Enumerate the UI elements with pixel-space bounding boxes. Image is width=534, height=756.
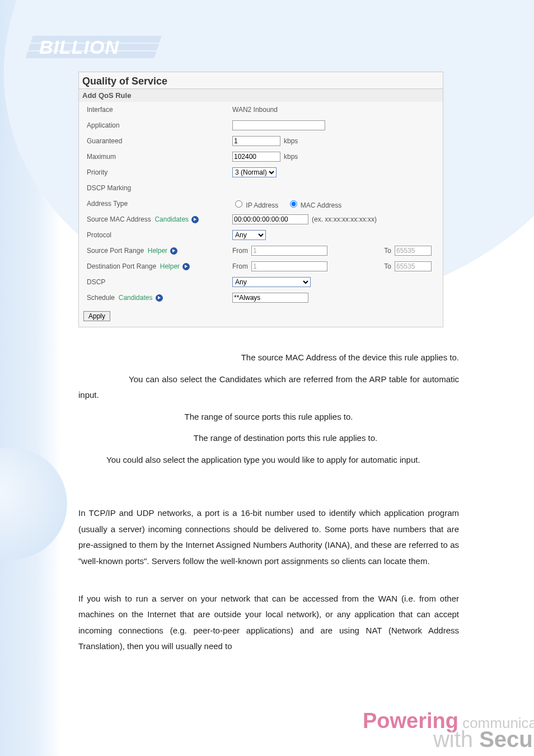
source-mac-candidates-link[interactable]: Candidates xyxy=(154,215,189,223)
guaranteed-unit: kbps xyxy=(284,137,298,145)
label-dscp: DSCP xyxy=(79,278,232,286)
arrow-right-icon[interactable] xyxy=(170,247,177,255)
label-dscp-marking: DSCP Marking xyxy=(79,184,232,192)
dest-port-helper-link[interactable]: Helper xyxy=(160,262,180,270)
doc-p3: The range of source ports this rule appl… xyxy=(78,409,459,425)
source-mac-hint: (ex. xx:xx:xx:xx:xx:xx) xyxy=(312,215,377,223)
source-port-from-input[interactable] xyxy=(251,246,327,256)
value-interface: WAN2 Inbound xyxy=(232,106,443,114)
row-priority: Priority 3 (Normal) xyxy=(79,165,443,180)
guaranteed-input[interactable] xyxy=(232,136,280,146)
label-priority: Priority xyxy=(79,168,232,176)
row-schedule: Schedule Candidates xyxy=(79,290,443,306)
qos-panel: Quality of Service Add QoS Rule Interfac… xyxy=(78,72,443,327)
row-application: Application xyxy=(79,118,443,133)
dest-port-from-label: From xyxy=(232,262,248,270)
row-maximum: Maximum kbps xyxy=(79,149,443,165)
source-port-from-label: From xyxy=(232,247,248,255)
row-interface: Interface WAN2 Inbound xyxy=(79,102,443,118)
row-guaranteed: Guaranteed kbps xyxy=(79,133,443,149)
dest-port-from-input[interactable] xyxy=(251,261,327,271)
row-dscp-marking: DSCP Marking xyxy=(79,180,443,196)
label-interface: Interface xyxy=(79,106,232,114)
schedule-candidates-link[interactable]: Candidates xyxy=(119,294,153,302)
footer-with: with xyxy=(433,727,479,752)
doc-p1: The source MAC Address of the device thi… xyxy=(78,350,459,366)
doc-p5: You could also select the application ty… xyxy=(78,452,459,468)
application-input[interactable] xyxy=(232,120,325,130)
arrow-right-icon[interactable] xyxy=(182,263,190,270)
row-protocol: Protocol Any xyxy=(79,227,443,243)
source-port-to-label: To xyxy=(384,247,391,255)
row-address-type: Address Type IP Address MAC Address xyxy=(79,196,443,212)
doc-p7: If you wish to run a server on your netw… xyxy=(78,591,459,655)
arrow-right-icon[interactable] xyxy=(156,294,163,302)
schedule-input[interactable] xyxy=(232,293,308,303)
radio-ip-label: IP Address xyxy=(246,201,278,209)
arrow-right-icon[interactable] xyxy=(191,216,199,223)
dest-port-to-label: To xyxy=(384,262,391,270)
doc-p4: The range of destination ports this rule… xyxy=(78,430,459,447)
label-source-mac: Source MAC Address xyxy=(87,215,151,223)
dscp-select[interactable]: Any xyxy=(232,277,311,287)
label-guaranteed: Guaranteed xyxy=(79,137,232,145)
doc-text: The source MAC Address of the device thi… xyxy=(78,350,459,655)
label-schedule: Schedule xyxy=(87,294,115,302)
source-port-helper-link[interactable]: Helper xyxy=(148,247,167,255)
source-mac-input[interactable] xyxy=(232,214,308,224)
dest-port-to-input[interactable] xyxy=(395,261,432,271)
priority-select[interactable]: 3 (Normal) xyxy=(232,167,277,177)
radio-mac[interactable] xyxy=(290,200,297,208)
row-source-port: Source Port Range Helper From To xyxy=(79,243,443,259)
label-dest-port: Destination Port Range xyxy=(87,262,156,270)
footer-security: Security xyxy=(479,727,534,752)
brand-logo: BILLION xyxy=(22,34,534,60)
maximum-input[interactable] xyxy=(232,152,280,162)
apply-button[interactable]: Apply xyxy=(83,311,110,321)
doc-p6: In TCP/IP and UDP networks, a port is a … xyxy=(78,505,459,569)
source-port-to-input[interactable] xyxy=(395,246,432,256)
footer-logo: Powering communications with Security xyxy=(363,710,534,750)
address-type-ip[interactable]: IP Address xyxy=(232,199,278,209)
label-application: Application xyxy=(79,121,232,129)
label-address-type: Address Type xyxy=(79,200,232,208)
maximum-unit: kbps xyxy=(284,153,298,161)
doc-p2: You can also select the Candidates which… xyxy=(78,372,459,403)
label-maximum: Maximum xyxy=(79,153,232,161)
radio-ip[interactable] xyxy=(235,200,242,208)
radio-mac-label: MAC Address xyxy=(301,201,341,209)
label-source-port: Source Port Range xyxy=(87,247,144,255)
protocol-select[interactable]: Any xyxy=(232,230,266,240)
row-dscp: DSCP Any xyxy=(79,274,443,290)
panel-subtitle: Add QoS Rule xyxy=(79,89,443,102)
panel-title: Quality of Service xyxy=(79,72,443,89)
row-dest-port: Destination Port Range Helper From To xyxy=(79,259,443,274)
address-type-mac[interactable]: MAC Address xyxy=(287,199,342,209)
label-protocol: Protocol xyxy=(79,231,232,239)
row-source-mac: Source MAC Address Candidates (ex. xx:xx… xyxy=(79,212,443,227)
logo-text: BILLION xyxy=(39,36,119,58)
